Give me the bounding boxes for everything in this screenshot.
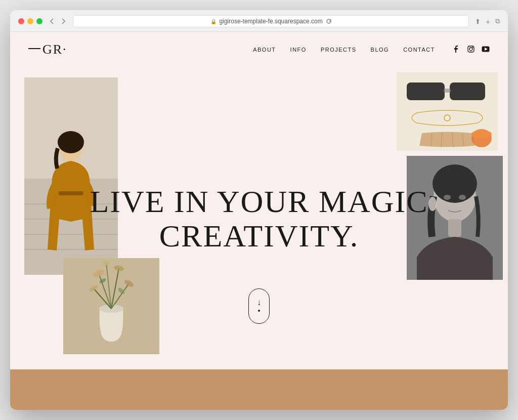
nav-link-contact[interactable]: CONTACT: [403, 47, 435, 53]
minimize-button[interactable]: [27, 18, 33, 24]
close-button[interactable]: [18, 18, 24, 24]
photo-accessories: [397, 72, 498, 151]
browser-controls: [49, 18, 67, 25]
facebook-icon[interactable]: [453, 46, 460, 54]
nav-link-projects[interactable]: PROJECTS: [321, 47, 357, 53]
browser-window: 🔒 gigirose-template-fe.squarespace.com ⬆…: [10, 10, 508, 410]
svg-point-46: [459, 195, 466, 200]
svg-point-45: [444, 195, 451, 200]
back-icon[interactable]: [49, 18, 56, 25]
svg-point-13: [58, 131, 84, 153]
browser-right-controls: ⬆ + ⧉: [475, 17, 500, 26]
refresh-icon[interactable]: [326, 18, 332, 24]
youtube-icon[interactable]: [482, 46, 490, 54]
svg-rect-31: [444, 89, 451, 93]
address-bar[interactable]: 🔒 gigirose-template-fe.squarespace.com: [73, 15, 469, 27]
url-text: gigirose-template-fe.squarespace.com: [220, 18, 323, 25]
svg-rect-29: [407, 82, 445, 100]
bottom-strip: [10, 369, 508, 410]
navigation: GR· ABOUT INFO PROJECTS BLOG CONTACT: [10, 32, 508, 67]
website: GR· ABOUT INFO PROJECTS BLOG CONTACT: [10, 32, 508, 410]
headline-text: LIVE IN YOUR MAGIC CREATIVITY.: [85, 184, 434, 253]
scroll-dot: [258, 310, 260, 312]
nav-links: ABOUT INFO PROJECTS BLOG CONTACT: [253, 46, 490, 54]
new-tab-icon[interactable]: +: [486, 17, 490, 26]
svg-point-42: [433, 164, 477, 203]
social-icons: [453, 46, 490, 54]
svg-point-38: [471, 130, 492, 138]
svg-point-1: [469, 48, 472, 51]
hero-section: LIVE IN YOUR MAGIC CREATIVITY. ↓: [10, 67, 508, 369]
browser-chrome: 🔒 gigirose-template-fe.squarespace.com ⬆…: [10, 10, 508, 32]
scroll-arrow-icon: ↓: [257, 299, 261, 307]
lock-icon: 🔒: [210, 19, 217, 24]
svg-point-23: [102, 261, 110, 265]
hero-headline: LIVE IN YOUR MAGIC CREATIVITY.: [85, 184, 434, 253]
scroll-indicator[interactable]: ↓: [248, 288, 270, 324]
svg-rect-12: [59, 191, 83, 195]
svg-rect-43: [448, 219, 461, 237]
logo-text: GR·: [42, 42, 67, 57]
forward-icon[interactable]: [60, 18, 67, 25]
traffic-lights: [18, 18, 42, 24]
duplicate-icon[interactable]: ⧉: [495, 17, 500, 25]
nav-link-about[interactable]: ABOUT: [253, 47, 276, 53]
share-icon[interactable]: ⬆: [475, 18, 481, 25]
site-logo[interactable]: GR·: [28, 42, 67, 57]
svg-point-2: [472, 47, 473, 48]
photo-botanicals: [63, 258, 159, 354]
nav-link-blog[interactable]: BLOG: [371, 47, 390, 53]
nav-link-info[interactable]: INFO: [290, 47, 307, 53]
svg-rect-30: [450, 82, 485, 100]
maximize-button[interactable]: [36, 18, 42, 24]
instagram-icon[interactable]: [467, 46, 474, 54]
